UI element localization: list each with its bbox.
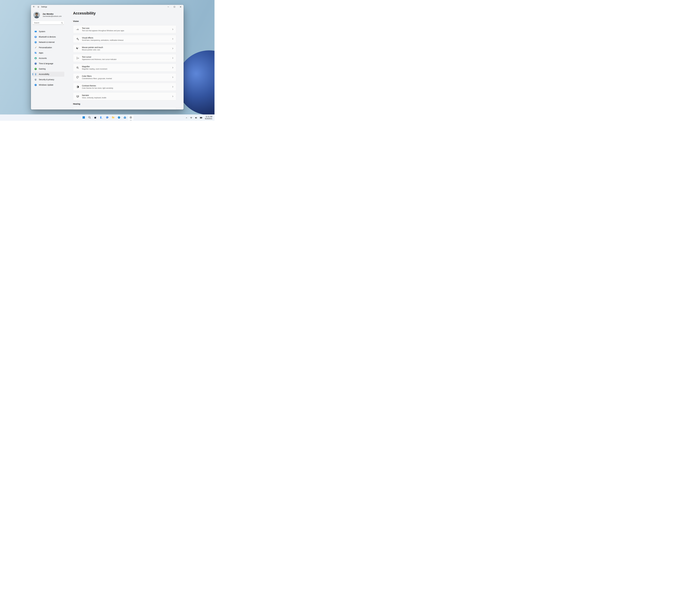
color-filters-icon [73,76,82,79]
card-description: Voice, verbosity, keyboard, braille [82,97,106,99]
search-icon [88,116,91,119]
settings-card-text-cursor[interactable]: Ab Text cursor Appearance and thickness,… [73,54,176,62]
security-shield-icon [34,78,37,81]
accessibility-icon [34,73,37,75]
taskbar-button-edge[interactable] [116,115,122,120]
taskbar-button-chat[interactable] [105,115,110,120]
sidebar-item-apps[interactable]: Apps [32,50,64,55]
sidebar-item-label: Time & language [39,62,53,65]
magnifier-icon [73,66,82,69]
user-email: zacmendez@outlook.com [43,15,62,17]
chevron-right-icon [172,48,174,49]
taskbar-button-file-explorer[interactable] [110,115,116,120]
sidebar-nav: System Bluetooth & devices Network & int… [32,29,64,88]
card-description: Colorblindness filters, grayscale, inver… [82,78,112,80]
avatar [33,12,40,18]
edge-icon [117,116,120,119]
sidebar-item-system[interactable]: System [32,29,64,34]
sidebar-item-label: Network & internet [39,41,54,43]
sidebar-item-label: Apps [39,52,43,54]
card-title: Visual effects [82,37,123,39]
close-icon [180,6,181,7]
widgets-icon [100,116,103,119]
taskbar-button-settings[interactable] [128,115,134,120]
chevron-right-icon [172,57,174,59]
taskbar: 11:11 AM 6/24/2021 [0,114,214,121]
main-content: Accessibility Vision AA Text size Text s… [73,9,184,110]
sidebar-item-network-internet[interactable]: Network & internet [32,40,64,45]
settings-card-contrast-themes[interactable]: Contrast themes Color themes for low vis… [73,83,176,91]
svg-text:A: A [77,28,78,30]
taskbar-app-icons [81,115,134,120]
settings-card-text-size[interactable]: AA Text size Text size that appears thro… [73,25,176,33]
tray-overflow-button[interactable] [185,116,188,119]
sidebar-item-accessibility[interactable]: Accessibility [32,72,64,76]
settings-card-mouse-pointer-touch[interactable]: Mouse pointer and touch Mouse pointer co… [73,44,176,52]
card-description: Color themes for low vision, light sensi… [82,87,113,89]
user-text: Zac Mendez zacmendez@outlook.com [43,13,62,17]
wifi-button[interactable] [189,116,193,119]
user-profile[interactable]: Zac Mendez zacmendez@outlook.com [33,12,62,18]
settings-card-visual-effects[interactable]: Visual effects Scroll bars, transparency… [73,35,176,43]
accounts-icon [34,57,37,60]
back-button[interactable] [32,5,36,8]
chevron-right-icon [172,95,174,97]
clock-date: 6/24/2021 [205,118,212,120]
chat-icon [106,116,109,119]
sidebar-item-gaming[interactable]: Gaming [32,66,64,71]
gaming-icon [34,67,37,70]
sidebar-item-label: Security & privacy [39,79,54,81]
wifi-icon [190,117,192,119]
taskbar-button-task-view[interactable] [93,115,98,120]
sidebar-item-windows-update[interactable]: Windows Update [32,82,64,87]
chevron-right-icon [172,76,174,78]
minimize-button[interactable] [165,5,171,9]
sidebar-item-label: Bluetooth & devices [39,36,56,38]
sidebar-item-time-language[interactable]: Time & language [32,61,64,66]
card-title: Narrator [82,94,106,96]
chevron-right-icon [172,28,174,30]
maximize-button[interactable] [171,5,178,9]
apps-icon [34,51,37,54]
network-icon [34,41,37,44]
volume-button[interactable] [195,116,198,119]
taskbar-clock[interactable]: 11:11 AM 6/24/2021 [205,115,213,120]
settings-app-gear-icon [37,6,39,8]
sidebar-item-personalization[interactable]: Personalization [32,45,64,50]
task-view-icon [94,116,97,119]
svg-text:A: A [76,29,77,30]
sidebar-item-label: Accounts [39,57,47,59]
section-label-vision: Vision [73,20,79,22]
card-description: Text size that appears throughout Window… [82,30,124,31]
sidebar-item-bluetooth-devices[interactable]: Bluetooth & devices [32,35,64,39]
bluetooth-icon [34,36,37,38]
settings-card-magnifier[interactable]: Magnifier Magnifier reading, zoom increm… [73,64,176,72]
sidebar-item-label: Accessibility [39,73,49,75]
search-input[interactable] [32,21,64,25]
sidebar-item-label: Personalization [39,46,52,49]
visual-effects-icon [73,37,82,41]
personalization-icon [34,46,37,49]
settings-card-color-filters[interactable]: Color filters Colorblindness filters, gr… [73,73,176,81]
settings-card-narrator[interactable]: Narrator Voice, verbosity, keyboard, bra… [73,92,176,100]
taskbar-button-start[interactable] [81,115,87,120]
mouse-pointer-touch-icon [73,47,82,50]
selection-indicator [32,73,33,75]
text-cursor-icon: Ab [73,57,82,60]
taskbar-button-widgets[interactable] [99,115,104,120]
store-icon [123,116,127,119]
card-title: Color filters [82,75,112,77]
close-button[interactable] [178,5,184,9]
sidebar-item-label: System [39,30,45,32]
sidebar-item-accounts[interactable]: Accounts [32,56,64,61]
hearing-card-partial[interactable] [73,107,176,110]
chevron-up-icon [186,117,187,119]
sidebar-item-label: Gaming [39,68,46,70]
battery-button[interactable] [199,116,203,119]
chevron-right-icon [172,86,174,88]
taskbar-button-store[interactable] [122,115,128,120]
sidebar-item-security-privacy[interactable]: Security & privacy [32,77,64,82]
maximize-icon [174,6,175,7]
taskbar-button-search[interactable] [87,115,92,120]
minimize-icon [167,6,169,7]
